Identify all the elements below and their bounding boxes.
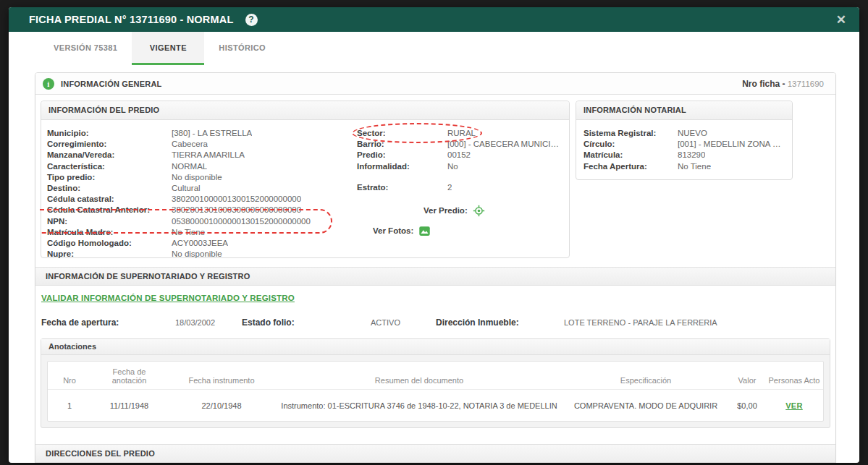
cell-nro: 1 [48, 401, 91, 411]
ficha-predial-modal: FICHA PREDIAL N° 13711690 - NORMAL ? ✕ V… [9, 7, 859, 463]
close-icon[interactable]: ✕ [836, 14, 846, 26]
informacion-predio-card: INFORMACIÓN DEL PREDIO Municipio:[380] -… [41, 101, 570, 258]
field-value: RURAL [447, 128, 476, 139]
cell-fecha-anotacion: 11/11/1948 [91, 401, 167, 411]
informacion-notarial-card: INFORMACIÓN NOTARIAL Sistema Registral:N… [576, 101, 793, 180]
field-label: Sistema Registral: [583, 128, 678, 139]
col-especificacion: Especificación [562, 376, 729, 385]
info-icon: i [43, 78, 54, 90]
informacion-general-title-group: i INFORMACIÓN GENERAL [43, 78, 161, 90]
section-direcciones-title: DIRECCIONES DEL PREDIO [35, 444, 835, 463]
field-label: Fecha Apertura: [583, 161, 678, 172]
tab-historico[interactable]: HISTÓRICO [204, 32, 280, 65]
field-destino: Destino:Cultural [47, 183, 357, 194]
fecha-apertura-value: 18/03/2002 [175, 318, 242, 327]
anotaciones-table: Nro Fecha de anotación Fecha instrumento… [47, 361, 824, 422]
validar-supernotariado-link[interactable]: VALIDAR INFORMACIÓN DE SUPERNOTARIADO Y … [41, 294, 295, 302]
field-value: NORMAL [172, 161, 207, 172]
tab-vigente[interactable]: VIGENTE [132, 32, 204, 65]
field-value: No disponible [172, 249, 222, 260]
field-corregimiento: Corregimiento:Cabecera [47, 139, 357, 150]
field-value: 053800001000000130152000000000 [172, 216, 311, 227]
estado-folio-value: ACTIVO [371, 318, 436, 327]
field-cedula-catastral: Cédula catastral:38020010000013001520000… [47, 194, 357, 205]
notarial-card-body: Sistema Registral:NUEVO Círculo:[001] - … [576, 120, 792, 179]
direccion-inmueble-value: LOTE TERRENO - PARAJE LA FERRERIA [564, 318, 717, 327]
field-value: [001] - MEDELLIN ZONA SUR (001) [678, 139, 785, 150]
ver-predio-row: Ver Predio: [357, 205, 563, 217]
field-value: 2 [447, 182, 452, 193]
field-label: Característica: [47, 161, 172, 172]
col-valor: Valor [729, 376, 765, 385]
col-fecha-anotacion: Fecha de anotación [91, 367, 167, 385]
field-matricula: Matrícula:813290 [583, 150, 785, 161]
field-value: [380] - LA ESTRELLA [172, 128, 252, 139]
field-value: [000] - CABECERA MUNICIPA... [447, 139, 563, 150]
col-personas-acto: Personas Acto [765, 376, 823, 385]
field-predio: Predio:00152 [357, 150, 563, 161]
nro-ficha-label: Nro ficha - [742, 79, 785, 89]
field-value: 3802001301000300006000000000 [172, 205, 301, 216]
predio-card-title: INFORMACIÓN DEL PREDIO [41, 101, 569, 120]
field-value: NUEVO [678, 128, 707, 139]
cell-valor: $0,00 [729, 401, 765, 411]
informacion-general-card: i INFORMACIÓN GENERAL Nro ficha - 137116… [35, 72, 836, 463]
field-label: Manzana/Vereda: [47, 150, 172, 161]
field-cedula-catastral-anterior: Cédula Catastral Anterior:38020013010003… [47, 205, 357, 216]
predio-card-body: Municipio:[380] - LA ESTRELLA Corregimie… [41, 120, 569, 260]
field-value: TIERRA AMARILLA [172, 150, 245, 161]
field-label: Barrio: [357, 139, 447, 150]
tab-bar: VERSIÓN 75381 VIGENTE HISTÓRICO [9, 32, 859, 65]
field-value: 813290 [678, 150, 705, 161]
field-value: Cabecera [172, 139, 208, 150]
cell-fecha-instrumento: 22/10/1948 [167, 401, 276, 411]
field-value: 3802001000001300152000000000 [172, 194, 301, 205]
top-cards-row: INFORMACIÓN DEL PREDIO Municipio:[380] -… [41, 101, 830, 258]
field-estrato: Estrato:2 [357, 182, 563, 193]
field-label: Sector: [357, 128, 447, 139]
field-label: Cédula Catastral Anterior: [47, 205, 172, 216]
ver-fotos-row: Ver Fotos: [357, 225, 563, 237]
ver-predio-target-icon[interactable] [473, 205, 485, 217]
field-caracteristica: Característica:NORMAL [47, 161, 357, 172]
help-icon[interactable]: ? [245, 14, 258, 26]
modal-header: FICHA PREDIAL N° 13711690 - NORMAL ? ✕ [9, 7, 859, 32]
field-manzana-vereda: Manzana/Vereda:TIERRA AMARILLA [47, 150, 357, 161]
cell-personas-acto: VER [765, 401, 823, 411]
field-barrio: Barrio:[000] - CABECERA MUNICIPA... [357, 139, 563, 150]
field-value: No Tiene [172, 227, 205, 238]
field-label: Cédula catastral: [47, 194, 172, 205]
cell-resumen: Instrumento: 01-ESCRITURA 3746 de 1948-1… [276, 401, 562, 411]
field-label: Informalidad: [357, 161, 447, 172]
notarial-card-title: INFORMACIÓN NOTARIAL [576, 101, 792, 120]
col-fecha-instrumento: Fecha instrumento [167, 376, 276, 385]
ver-fotos-photo-icon[interactable] [418, 225, 431, 237]
direccion-inmueble-label: Dirección Inmueble: [436, 317, 564, 328]
field-municipio: Municipio:[380] - LA ESTRELLA [47, 128, 357, 139]
field-nupre: Nupre:No disponible [47, 249, 357, 260]
field-value: No [447, 161, 458, 172]
field-circulo: Círculo:[001] - MEDELLIN ZONA SUR (001) [583, 139, 785, 150]
spacer [357, 172, 563, 183]
section-supernotariado-title: INFORMACIÓN DE SUPERNOTARIADO Y REGISTRO [35, 267, 835, 286]
nro-ficha-value: 13711690 [788, 80, 824, 88]
field-label: Estrato: [357, 182, 447, 193]
field-label: Código Homologado: [47, 238, 172, 249]
field-label: Círculo: [583, 139, 678, 150]
field-label: Nupre: [47, 249, 172, 260]
field-label: Matrícula Madre: [47, 227, 172, 238]
field-label: Destino: [47, 183, 172, 194]
field-label: Tipo predio: [47, 172, 172, 183]
predio-middle-column: Sector:RURAL Barrio:[000] - CABECERA MUN… [357, 128, 563, 260]
field-matricula-madre: Matrícula Madre:No Tiene [47, 227, 357, 238]
predio-left-column: Municipio:[380] - LA ESTRELLA Corregimie… [47, 128, 357, 260]
field-value: No disponible [172, 172, 222, 183]
field-informalidad: Informalidad:No [357, 161, 563, 172]
ver-personas-link[interactable]: VER [785, 401, 803, 410]
tab-version-75381[interactable]: VERSIÓN 75381 [39, 32, 132, 65]
field-label: Predio: [357, 150, 447, 161]
field-value: ACY0003JEEA [172, 238, 228, 249]
field-value: Cultural [172, 183, 201, 194]
field-codigo-homologado: Código Homologado:ACY0003JEEA [47, 238, 357, 249]
field-sistema-registral: Sistema Registral:NUEVO [583, 128, 785, 139]
